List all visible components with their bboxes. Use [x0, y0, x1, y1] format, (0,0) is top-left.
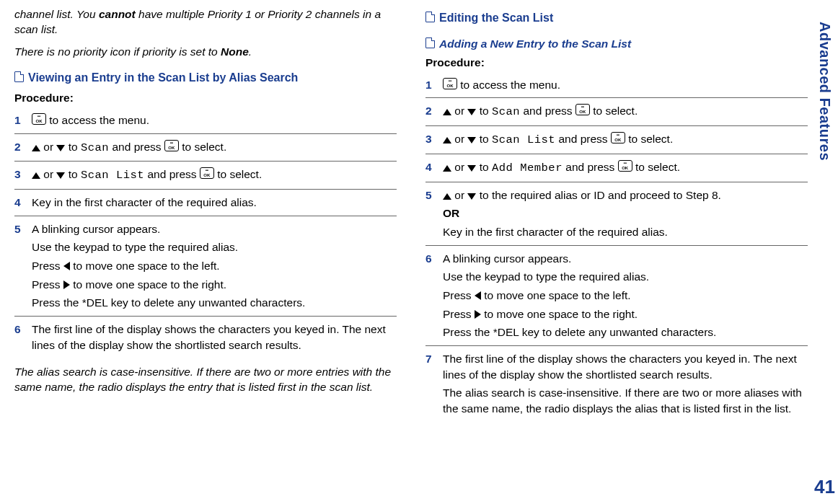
step-1: 1 ▪▪OK to access the menu.	[14, 107, 397, 134]
text: Press the *DEL key to delete any unwante…	[32, 295, 397, 311]
step-body: or to Add Member and press ▪▪OK to selec…	[443, 159, 808, 177]
text-bold: cannot	[99, 8, 136, 20]
text: or	[451, 161, 467, 173]
text: .	[249, 45, 252, 58]
step-body: The first line of the display shows the …	[443, 351, 808, 417]
text: to access the menu.	[46, 114, 149, 126]
step-3: 3 or to Scan List and press ▪▪OK to sele…	[425, 126, 808, 154]
mono-label: Scan List	[81, 169, 144, 182]
step-number: 4	[425, 159, 437, 177]
mono-label: Scan	[81, 141, 109, 154]
step-5: 5 or to the required alias or ID and pro…	[425, 182, 808, 246]
step-body: or to Scan and press ▪▪OK to select.	[443, 103, 808, 120]
right-arrow-icon	[475, 310, 481, 319]
text: or	[40, 141, 56, 153]
step-body: A blinking cursor appears. Use the keypa…	[32, 221, 397, 311]
up-arrow-icon	[443, 109, 451, 115]
text: to move one space to the right.	[481, 308, 638, 320]
up-arrow-icon	[32, 145, 40, 151]
heading-text: Editing the Scan List	[439, 12, 553, 24]
document-icon	[425, 37, 435, 48]
text: Key in the first character of the requir…	[32, 195, 397, 211]
step-7: 7 The first line of the display shows th…	[425, 346, 808, 422]
mono-label: Scan List	[492, 133, 555, 146]
step-body: or to Scan and press ▪▪OK to select.	[32, 139, 397, 156]
text: Use the keypad to type the required alia…	[32, 239, 397, 255]
step-body: The first line of the display shows the …	[32, 322, 397, 353]
step-number: 2	[425, 103, 437, 120]
step-number: 1	[425, 77, 437, 93]
text: and press	[144, 168, 200, 180]
section-heading: Editing the Scan List	[425, 10, 808, 26]
text-bold: None	[221, 45, 249, 58]
text: A blinking cursor appears.	[443, 251, 808, 267]
step-number: 2	[14, 139, 26, 156]
step-body: A blinking cursor appears. Use the keypa…	[443, 251, 808, 340]
left-arrow-icon	[63, 262, 70, 270]
text: Key in the first character of the requir…	[443, 224, 808, 240]
text: to select.	[590, 105, 638, 117]
text: to select.	[632, 161, 680, 173]
ok-key-icon: ▪▪OK	[200, 167, 214, 179]
step-2: 2 or to Scan and press ▪▪OK to select.	[14, 134, 397, 162]
step-5: 5 A blinking cursor appears. Use the key…	[14, 216, 397, 317]
text: to select.	[625, 133, 673, 145]
text: Press	[443, 308, 475, 320]
text: and press	[563, 161, 618, 173]
text: or	[451, 189, 467, 201]
ok-key-icon: ▪▪OK	[618, 160, 632, 172]
up-arrow-icon	[32, 172, 40, 179]
down-arrow-icon	[467, 193, 476, 200]
step-3: 3 or to Scan List and press ▪▪OK to sele…	[14, 162, 397, 190]
step-1: 1 ▪▪OK to access the menu.	[425, 72, 808, 99]
text: and press	[520, 105, 575, 117]
text: and press	[109, 141, 164, 153]
page: channel list. You cannot have multiple P…	[0, 0, 838, 422]
text: A blinking cursor appears.	[32, 221, 397, 237]
step-number: 3	[425, 131, 437, 149]
right-arrow-icon	[63, 280, 70, 289]
text: to	[65, 141, 81, 153]
section-heading: Viewing an Entry in the Scan List by Ali…	[14, 70, 397, 86]
subsection-heading: Adding a New Entry to the Scan List	[425, 36, 808, 52]
note-paragraph: The alias search is case-insensitive. If…	[14, 365, 397, 395]
intro-paragraph-1: channel list. You cannot have multiple P…	[14, 7, 397, 37]
ok-key-icon: ▪▪OK	[32, 113, 46, 125]
ok-key-icon: ▪▪OK	[164, 140, 179, 151]
down-arrow-icon	[467, 165, 476, 172]
step-number: 6	[425, 251, 437, 340]
step-6: 6 The first line of the display shows th…	[14, 317, 397, 358]
step-body: ▪▪OK to access the menu.	[32, 112, 397, 128]
step-number: 5	[14, 221, 26, 311]
text: channel list. You	[14, 8, 99, 20]
up-arrow-icon	[443, 137, 451, 143]
ok-key-icon: ▪▪OK	[443, 78, 457, 89]
step-body: or to Scan List and press ▪▪OK to select…	[443, 131, 808, 149]
text: Use the keypad to type the required alia…	[443, 269, 808, 285]
text: The alias search is case-insensitive. If…	[14, 366, 391, 393]
text: to select.	[179, 141, 226, 153]
side-title: Advanced Features	[815, 22, 835, 161]
mono-label: Add Member	[492, 162, 563, 174]
text: and press	[555, 133, 611, 145]
or-text: OR	[443, 205, 808, 221]
procedure-label: Procedure:	[425, 55, 808, 71]
intro-paragraph-2: There is no priority icon if priority is…	[14, 45, 397, 60]
step-number: 4	[14, 195, 26, 211]
text: The first line of the display shows the …	[32, 322, 397, 353]
side-tab: Advanced Features	[815, 22, 834, 161]
step-body: or to Scan List and press ▪▪OK to select…	[32, 167, 397, 184]
text: Press	[32, 278, 63, 291]
left-arrow-icon	[475, 291, 481, 300]
text: The first line of the display shows the …	[443, 351, 808, 382]
step-number: 5	[425, 187, 437, 240]
left-column: channel list. You cannot have multiple P…	[14, 0, 407, 422]
text: There is no priority icon if priority is…	[14, 45, 221, 58]
mono-label: Scan	[492, 105, 520, 118]
ok-key-icon: ▪▪OK	[611, 132, 625, 143]
document-icon	[14, 71, 24, 82]
step-body: ▪▪OK to access the menu.	[443, 77, 808, 93]
step-body: or to the required alias or ID and proce…	[443, 187, 808, 240]
up-arrow-icon	[443, 193, 451, 200]
step-number: 1	[14, 112, 26, 128]
